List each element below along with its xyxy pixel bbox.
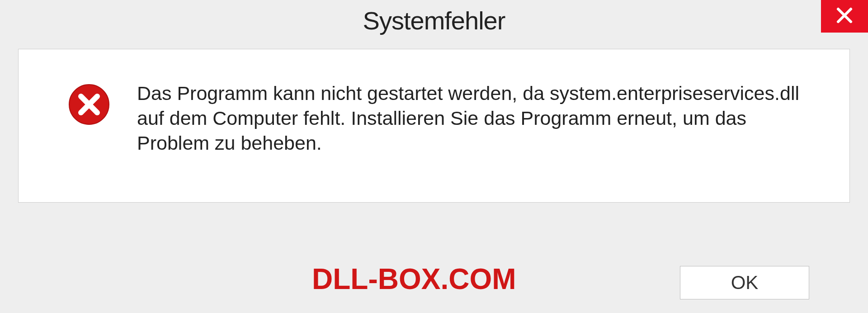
titlebar: Systemfehler (0, 0, 868, 41)
watermark-text: DLL-BOX.COM (312, 262, 516, 296)
error-message: Das Programm kann nicht gestartet werden… (137, 81, 806, 156)
dialog-title: Systemfehler (363, 6, 505, 35)
close-icon (835, 6, 854, 26)
close-button[interactable] (821, 0, 868, 33)
footer: DLL-BOX.COM OK (0, 266, 868, 299)
ok-button[interactable]: OK (680, 266, 809, 299)
content-panel: Das Programm kann nicht gestartet werden… (18, 49, 850, 203)
error-icon (68, 84, 110, 125)
